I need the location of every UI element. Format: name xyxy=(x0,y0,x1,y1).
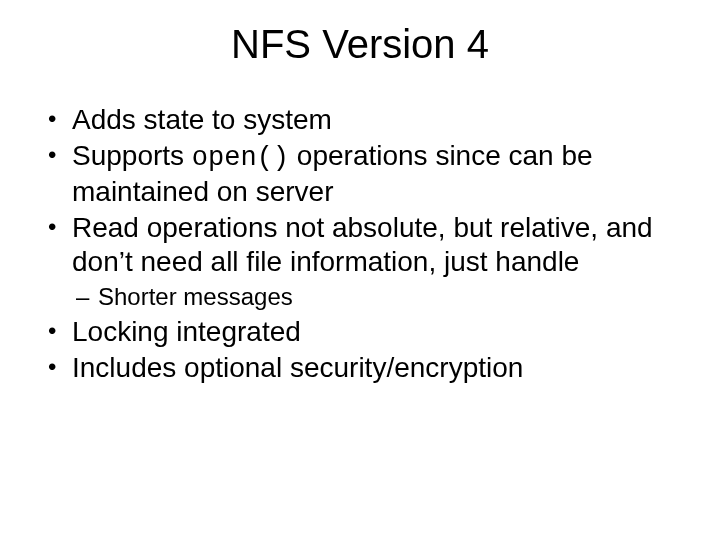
sub-bullet-item: Shorter messages xyxy=(72,282,684,311)
sub-bullet-list: Shorter messages xyxy=(72,282,684,311)
slide-body: Adds state to system Supports open() ope… xyxy=(30,103,690,385)
bullet-item: Read operations not absolute, but relati… xyxy=(46,211,684,311)
bullet-item: Supports open() operations since can be … xyxy=(46,139,684,209)
bullet-item: Locking integrated xyxy=(46,315,684,349)
inline-code: open() xyxy=(192,143,289,173)
bullet-text: Adds state to system xyxy=(72,104,332,135)
bullet-text: Read operations not absolute, but relati… xyxy=(72,212,653,277)
bullet-item: Adds state to system xyxy=(46,103,684,137)
bullet-item: Includes optional security/encryption xyxy=(46,351,684,385)
bullet-text: Locking integrated xyxy=(72,316,301,347)
slide: NFS Version 4 Adds state to system Suppo… xyxy=(0,0,720,540)
slide-title: NFS Version 4 xyxy=(30,22,690,67)
bullet-text-pre: Supports xyxy=(72,140,192,171)
bullet-text: Includes optional security/encryption xyxy=(72,352,523,383)
bullet-list: Adds state to system Supports open() ope… xyxy=(46,103,684,385)
sub-bullet-text: Shorter messages xyxy=(98,283,293,310)
